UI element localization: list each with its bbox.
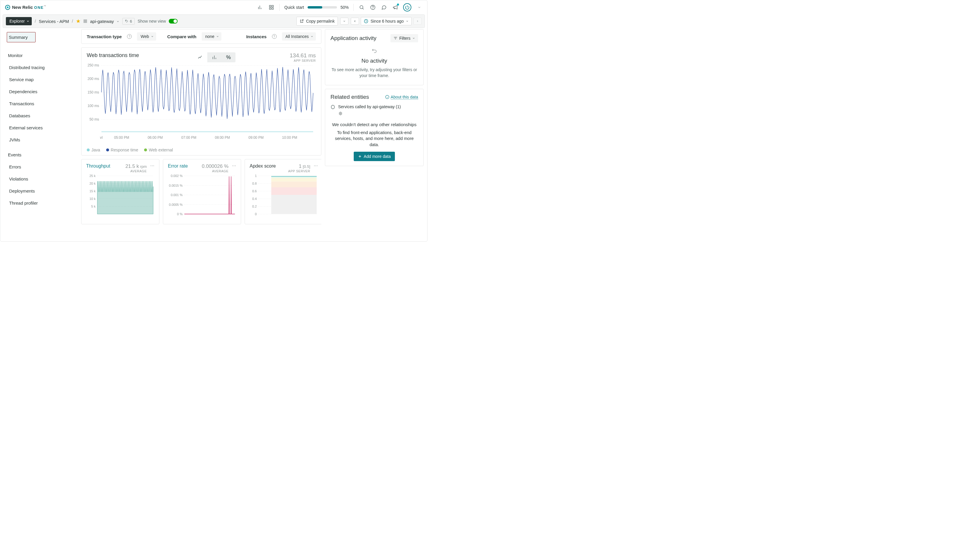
apps-grid-icon[interactable] [268, 4, 275, 11]
error-rate-title[interactable]: Error rate [168, 164, 188, 169]
instances-label: Instances [246, 34, 266, 39]
services-called-row[interactable]: Services called by api-gateway (1) [331, 104, 418, 116]
feedback-icon[interactable] [381, 4, 387, 11]
sidebar-item-violations[interactable]: Violations [0, 173, 81, 185]
more-menu-icon[interactable]: ⋯ [229, 164, 236, 168]
favorite-star-icon[interactable]: ★ [76, 18, 81, 24]
svg-text:150 ms: 150 ms [88, 90, 99, 94]
help-icon[interactable]: ? [272, 34, 277, 39]
sidebar-item-databases[interactable]: Databases [0, 110, 81, 122]
entity-name-dropdown[interactable]: api-gateway [90, 19, 119, 24]
sidebar-item-transactions[interactable]: Transactions [0, 98, 81, 110]
more-menu-icon[interactable]: ⋯ [310, 164, 318, 168]
chevron-left-icon [353, 20, 356, 23]
throughput-title[interactable]: Throughput [86, 164, 110, 169]
no-detect-body: To find front-end applications, back-end… [331, 130, 418, 148]
permalink-dropdown[interactable] [340, 17, 348, 25]
sidebar-group-events: Events [0, 149, 81, 161]
sidebar-item-external-services[interactable]: External services [0, 122, 81, 134]
chart-icon[interactable] [257, 4, 263, 11]
explorer-dropdown[interactable]: Explorer [6, 17, 32, 25]
svg-point-8 [373, 8, 373, 9]
svg-point-1 [7, 6, 8, 8]
brand[interactable]: New Relic ONE™ [5, 5, 46, 10]
svg-rect-5 [272, 8, 274, 9]
clock-icon [364, 19, 368, 24]
svg-rect-63 [271, 182, 317, 188]
svg-text:0.6: 0.6 [252, 189, 257, 193]
user-menu-button[interactable] [403, 3, 411, 11]
chart-legend: Java Response time Web external [87, 148, 316, 152]
chevron-down-icon[interactable] [416, 4, 423, 11]
svg-text:250 ms: 250 ms [88, 63, 99, 67]
compare-with-label: Compare with [167, 34, 196, 39]
announcement-icon[interactable] [392, 4, 398, 11]
legend-web-external[interactable]: Web external [144, 148, 173, 152]
filters-button[interactable]: Filters [390, 34, 418, 42]
show-new-view-toggle[interactable] [169, 19, 178, 24]
throughput-card: Throughput 21.5 k rpmAVERAGE ⋯ 5 k10 k15… [81, 159, 159, 224]
sidebar-item-jvms[interactable]: JVMs [0, 134, 81, 146]
help-icon[interactable]: ? [127, 34, 132, 39]
error-rate-chart[interactable]: 0 %0.0005 %0.001 %0.0015 %0.002 % [168, 173, 236, 220]
svg-rect-62 [271, 178, 317, 182]
help-icon[interactable] [370, 4, 376, 11]
web-transactions-chart[interactable]: 50 ms100 ms150 ms200 ms250 msvI05:00 PM0… [87, 62, 316, 145]
seg-percent-button[interactable]: % [221, 52, 235, 62]
web-transactions-chart-card: Web transactions time % 134.61 ms APP SE… [81, 47, 321, 156]
add-more-data-button[interactable]: Add more data [354, 152, 395, 161]
chevron-down-icon [151, 35, 154, 38]
quick-start-progress[interactable]: Quick start 50% [284, 5, 349, 10]
compare-with-select[interactable]: none [202, 32, 221, 41]
sidebar-item-errors[interactable]: Errors [0, 161, 81, 173]
apdex-chart[interactable]: 00.20.40.60.81 [250, 173, 318, 220]
undo-icon [372, 48, 377, 54]
plus-icon [358, 154, 362, 159]
sidebar-group-monitor: Monitor [0, 49, 81, 62]
sidebar-item-service-map[interactable]: Service map [0, 73, 81, 86]
svg-text:0.2: 0.2 [252, 205, 257, 208]
transaction-type-select[interactable]: Web [137, 32, 156, 41]
svg-text:0.0005 %: 0.0005 % [169, 203, 183, 207]
sidebar-item-deployments[interactable]: Deployments [0, 185, 81, 197]
chevron-down-icon [412, 37, 415, 40]
svg-rect-64 [271, 187, 317, 195]
svg-text:06:00 PM: 06:00 PM [148, 135, 162, 140]
sidebar-item-distributed-tracing[interactable]: Distributed tracing [0, 62, 81, 73]
hexagon-icon [338, 111, 343, 116]
related-entities-panel: Related entities About this data Service… [325, 89, 424, 166]
legend-response-time[interactable]: Response time [106, 148, 138, 152]
svg-text:25 k: 25 k [89, 174, 95, 178]
no-activity-title: No activity [331, 58, 418, 64]
copy-permalink-button[interactable]: Copy permalink [296, 17, 338, 25]
legend-java[interactable]: Java [87, 148, 100, 152]
svg-point-6 [360, 6, 363, 9]
sidebar-item-thread-profiler[interactable]: Thread profiler [0, 197, 81, 209]
no-detect-title: We couldn't detect any other relationshi… [331, 122, 418, 127]
time-next-button[interactable] [414, 17, 422, 25]
svg-text:0: 0 [255, 212, 257, 216]
more-menu-icon[interactable]: ⋯ [147, 164, 154, 168]
time-prev-button[interactable] [351, 17, 359, 25]
crumb-services[interactable]: Services - APM [39, 19, 69, 24]
seg-line-icon[interactable] [193, 52, 207, 62]
about-data-link[interactable]: About this data [385, 95, 418, 100]
throughput-chart[interactable]: 5 k10 k15 k20 k25 k [86, 173, 154, 220]
chevron-right-icon [416, 20, 419, 23]
time-picker-button[interactable]: Since 6 hours ago [361, 17, 412, 25]
newrelic-logo-icon [5, 5, 10, 10]
tag-icon [125, 19, 129, 23]
sidebar-item-dependencies[interactable]: Dependencies [0, 86, 81, 98]
divider [279, 4, 280, 11]
instances-select[interactable]: All Instances [282, 32, 316, 41]
sidebar-item-summary[interactable]: Summary [7, 32, 36, 42]
seg-bar-icon[interactable] [207, 52, 221, 62]
tags-button[interactable]: 6 [123, 18, 135, 25]
search-icon[interactable] [358, 4, 365, 11]
svg-text:0.0015 %: 0.0015 % [169, 184, 183, 187]
transaction-type-label: Transaction type [87, 34, 122, 39]
status-square-icon [83, 19, 87, 23]
svg-text:08:00 PM: 08:00 PM [215, 135, 230, 140]
controls-card: Transaction type ? Web Compare with none… [81, 29, 321, 44]
related-title: Related entities [331, 94, 369, 100]
